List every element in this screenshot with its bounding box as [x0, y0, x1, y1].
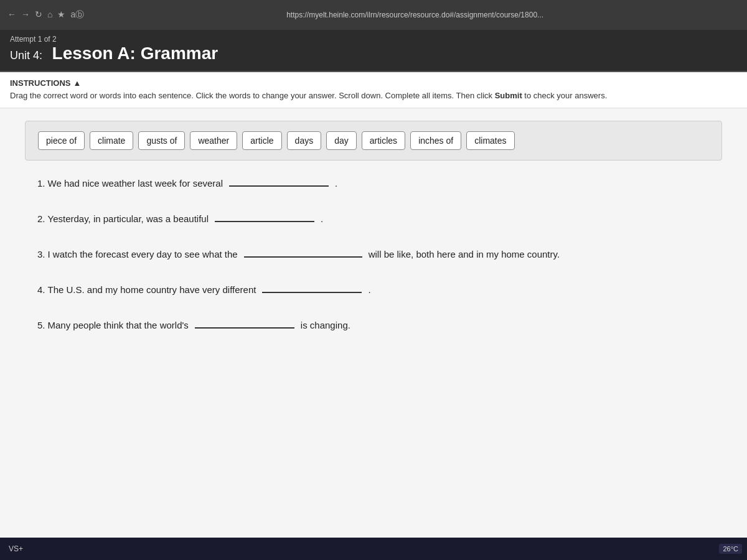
word-chip-inches-of[interactable]: inches of: [410, 131, 461, 150]
q2-text: Yesterday, in particular, was a beautifu…: [48, 213, 209, 224]
refresh-icon[interactable]: ↻: [35, 9, 42, 21]
q5-after: is changing.: [301, 320, 350, 330]
q2-blank[interactable]: [215, 208, 314, 222]
unit-title: Unit 4: Lesson A: Grammar: [10, 44, 737, 63]
instructions-text: Drag the correct word or words into each…: [10, 90, 737, 101]
back-icon[interactable]: ←: [7, 9, 16, 21]
home-icon[interactable]: ⌂: [47, 9, 52, 21]
main-content: INSTRUCTIONS ▲ Drag the correct word or …: [0, 72, 747, 545]
instructions-label: INSTRUCTIONS: [10, 78, 71, 88]
instructions-header: INSTRUCTIONS ▲: [10, 78, 737, 88]
word-chip-articles[interactable]: articles: [362, 131, 405, 150]
instructions-text-before: Drag the correct word or words into each…: [10, 91, 495, 100]
q1-number: 1.: [37, 178, 45, 189]
instructions-bar: INSTRUCTIONS ▲ Drag the correct word or …: [0, 72, 747, 108]
submit-bold: Submit: [495, 91, 522, 100]
q3-text: I watch the forecast every day to see wh…: [48, 249, 238, 259]
q4-blank[interactable]: [262, 279, 362, 293]
temperature: 26°C: [719, 544, 742, 554]
q1-text: We had nice weather last week for severa…: [48, 178, 223, 189]
question-4: 4. The U.S. and my home country have ver…: [37, 279, 710, 295]
forward-icon[interactable]: →: [21, 9, 30, 21]
q3-after: will be like, both here and in my home c…: [369, 249, 560, 259]
q1-period: .: [335, 178, 337, 189]
word-chip-climate[interactable]: climate: [90, 131, 133, 150]
vs-label: VS+: [5, 543, 27, 554]
word-bank: piece of climate gusts of weather articl…: [25, 121, 722, 161]
bookmark-icon[interactable]: ★: [57, 9, 65, 21]
extension-icon: aⓑ: [70, 9, 84, 21]
word-chip-article[interactable]: article: [242, 131, 281, 150]
browser-chrome: ← → ↻ ⌂ ★ aⓑ https://myelt.heinle.com/il…: [0, 0, 747, 30]
taskbar: VS+ 26°C: [0, 538, 747, 560]
questions-area: 1. We had nice weather last week for sev…: [0, 173, 747, 375]
attempt-label: Attempt 1 of 2: [10, 35, 737, 44]
unit-prefix: Unit 4:: [10, 49, 42, 62]
url-text: https://myelt.heinle.com/ilrn/resource/r…: [286, 11, 543, 19]
word-chip-gusts-of[interactable]: gusts of: [138, 131, 185, 150]
word-chip-days[interactable]: days: [287, 131, 322, 150]
browser-icons: ← → ↻ ⌂ ★ aⓑ: [7, 9, 84, 21]
word-chip-day[interactable]: day: [326, 131, 357, 150]
q3-blank[interactable]: [244, 244, 362, 258]
url-bar[interactable]: https://myelt.heinle.com/ilrn/resource/r…: [90, 11, 740, 19]
lesson-title: Lesson A: Grammar: [52, 44, 218, 63]
q3-number: 3.: [37, 249, 45, 259]
q5-text: Many people think that the world's: [48, 320, 189, 330]
q4-text: The U.S. and my home country have very d…: [48, 284, 256, 295]
page-header: Attempt 1 of 2 Unit 4: Lesson A: Grammar: [0, 30, 747, 72]
word-chip-weather[interactable]: weather: [190, 131, 237, 150]
q4-period: .: [368, 284, 370, 295]
q2-number: 2.: [37, 213, 45, 224]
taskbar-right: 26°C: [719, 544, 742, 554]
question-5: 5. Many people think that the world's is…: [37, 315, 710, 330]
question-1: 1. We had nice weather last week for sev…: [37, 173, 710, 189]
collapse-icon[interactable]: ▲: [73, 78, 82, 88]
word-chip-piece-of[interactable]: piece of: [38, 131, 85, 150]
q1-blank[interactable]: [229, 173, 329, 187]
word-chip-climates[interactable]: climates: [466, 131, 514, 150]
q4-number: 4.: [37, 284, 45, 295]
q5-number: 5.: [37, 320, 45, 330]
question-3: 3. I watch the forecast every day to see…: [37, 244, 710, 259]
q2-period: .: [321, 213, 323, 224]
q5-blank[interactable]: [195, 315, 294, 329]
instructions-text-after: to check your answers.: [522, 91, 608, 100]
question-2: 2. Yesterday, in particular, was a beaut…: [37, 208, 710, 224]
